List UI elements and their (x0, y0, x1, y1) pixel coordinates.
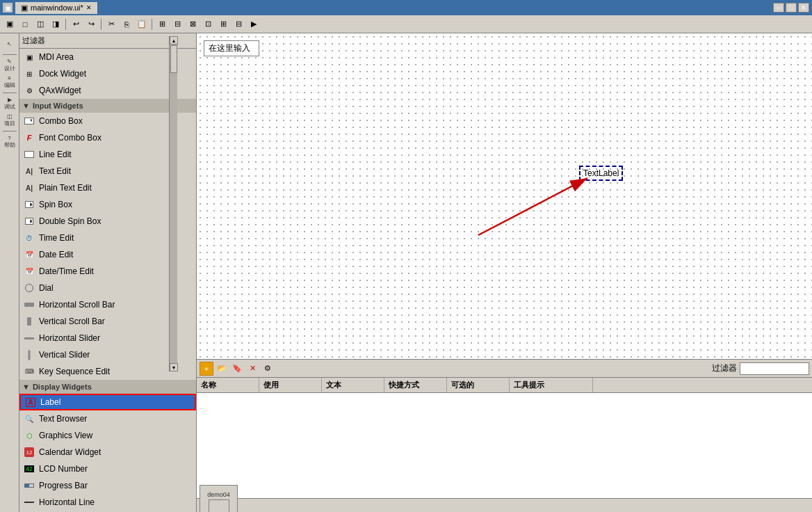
font-combo-box-icon: F (24, 132, 35, 143)
toolbar-copy[interactable]: ⎘ (120, 17, 133, 31)
help-icon: ? (8, 135, 10, 141)
debug-icon: ▶ (8, 97, 12, 103)
left-btn-project[interactable]: ◫ 项目 (2, 113, 17, 128)
vertical-scroll-bar-icon (24, 316, 35, 327)
vertical-slider-label: Vertical Slider (39, 350, 90, 360)
col-shortcut-label: 快捷方式 (389, 380, 419, 390)
toolbar-align-top[interactable]: ⊠ (186, 17, 200, 31)
toolbar-align-left[interactable]: ⊞ (155, 17, 169, 31)
progress-bar-label: Progress Bar (39, 481, 88, 490)
key-sequence-edit-icon: ⌨ (24, 366, 35, 377)
toolbar-cut[interactable]: ✂ (104, 17, 118, 31)
text-browser-label: Text Browser (39, 414, 87, 424)
toolbar-redo[interactable]: ↪ (84, 17, 98, 31)
left-btn-pointer[interactable]: ↖ (2, 36, 17, 51)
left-btn-debug[interactable]: ▶ 调试 (2, 96, 17, 111)
toolbar-open[interactable]: □ (18, 17, 32, 31)
display-widgets-arrow: ▼ (22, 383, 30, 391)
bottom-settings-btn[interactable]: ⚙ (261, 362, 275, 376)
widget-progress-bar[interactable]: Progress Bar (19, 477, 196, 494)
display-widgets-header[interactable]: ▼ Display Widgets (19, 380, 196, 394)
title-tab-close[interactable]: ✕ (86, 4, 92, 11)
text-label-widget[interactable]: TextLabel (579, 166, 623, 181)
widget-panel: 过滤器 ▣ MDI Area ⊞ Dock Widget ⚙ QAxWidget… (19, 33, 197, 512)
left-btn-design[interactable]: ✎ 设计 (2, 58, 17, 73)
design-label: 设计 (4, 65, 15, 72)
pointer-icon: ↖ (7, 41, 12, 47)
left-sep2 (3, 93, 17, 93)
text-edit-label: Text Edit (39, 166, 71, 176)
table-col-checkable[interactable]: 可选的 (447, 378, 510, 392)
canvas-area: 在这里输入 TextLabel + 📂 🔖 (197, 33, 812, 512)
toolbar-break[interactable]: ⊟ (232, 17, 245, 31)
close-button[interactable]: ✕ (798, 3, 809, 13)
calendar-widget-icon: 12 (24, 447, 35, 458)
scroll-down-btn[interactable]: ▼ (170, 363, 178, 371)
bottom-bookmark-btn[interactable]: 🔖 (230, 362, 244, 376)
table-col-tooltip[interactable]: 工具提示 (510, 378, 593, 392)
input-widgets-arrow: ▼ (22, 102, 30, 110)
horizontal-scroll-bar-icon (24, 299, 35, 310)
widget-calendar-widget[interactable]: 12 Calendar Widget (19, 444, 196, 461)
spin-box-label: Spin Box (39, 200, 72, 209)
maximize-button[interactable]: □ (786, 3, 797, 13)
time-edit-icon: ⏱ (24, 232, 35, 243)
bottom-toolbar-right: 过滤器 (712, 362, 809, 375)
widget-lcd-number[interactable]: 42 LCD Number (19, 461, 196, 477)
scroll-thumb[interactable] (170, 45, 177, 73)
toolbar-align-bottom[interactable]: ⊡ (201, 17, 215, 31)
mdi-area-icon: ▣ (24, 51, 35, 63)
title-bar: ▣ ▣ mainwindow.ui* ✕ ─ □ ✕ (0, 0, 812, 15)
canvas-container: 在这里输入 TextLabel (197, 33, 812, 359)
bottom-open-btn[interactable]: 📂 (215, 362, 229, 376)
bottom-panel: + 📂 🔖 ✕ ⚙ 过滤器 名称 使用 (197, 359, 812, 498)
label-icon: A (25, 397, 36, 408)
title-tab-icon: ▣ (21, 3, 28, 13)
horizontal-line-icon (24, 497, 35, 508)
left-btn-edit[interactable]: ≡ 编辑 (2, 74, 17, 90)
toolbar-preview[interactable]: ▶ (247, 17, 261, 31)
col-use-label: 使用 (263, 380, 279, 390)
table-col-text[interactable]: 文本 (322, 378, 384, 392)
canvas-input-field[interactable]: 在这里输入 (204, 40, 259, 56)
toolbar-new[interactable]: ▣ (3, 17, 17, 31)
project-icon: ◫ (7, 113, 13, 120)
minimize-button[interactable]: ─ (773, 3, 784, 13)
widget-panel-scrollbar[interactable]: ▲ ▼ (169, 36, 177, 371)
combo-box-label: Combo Box (39, 116, 83, 126)
col-name-label: 名称 (201, 380, 216, 390)
edit-label: 编辑 (4, 81, 15, 89)
toolbar-undo[interactable]: ↩ (69, 17, 83, 31)
bottom-new-btn[interactable]: + (200, 362, 213, 376)
title-tab[interactable]: ▣ mainwindow.ui* ✕ (15, 2, 97, 14)
double-spin-box-label: Double Spin Box (39, 216, 101, 226)
key-sequence-edit-label: Key Sequence Edit (39, 367, 110, 376)
toolbar-paste[interactable]: 📋 (135, 17, 149, 31)
table-col-use[interactable]: 使用 (259, 378, 322, 392)
bottom-delete-btn[interactable]: ✕ (245, 362, 259, 376)
table-body (197, 393, 812, 498)
scroll-up-btn[interactable]: ▲ (170, 36, 178, 45)
table-col-name[interactable]: 名称 (197, 378, 259, 392)
bottom-filter-input[interactable] (740, 362, 809, 375)
toolbar-save[interactable]: ◫ (33, 17, 47, 31)
col-checkable-label: 可选的 (451, 380, 474, 390)
widget-graphics-view[interactable]: ⬡ Graphics View (19, 427, 196, 444)
demo-label-text: demo04 (207, 491, 230, 498)
datetime-edit-icon: 📅 (24, 266, 35, 277)
widget-label[interactable]: A Label (19, 394, 196, 410)
table-col-shortcut[interactable]: 快捷方式 (384, 378, 447, 392)
col-tooltip-label: 工具提示 (514, 380, 544, 390)
widget-text-browser[interactable]: 🔍 Text Browser (19, 410, 196, 427)
help-label: 帮助 (4, 141, 15, 149)
horizontal-scroll-bar-label: Horizontal Scroll Bar (39, 300, 115, 310)
toolbar-grid[interactable]: ⊞ (216, 17, 230, 31)
widget-horizontal-line[interactable]: Horizontal Line (19, 494, 196, 511)
toolbar-align-right[interactable]: ⊟ (170, 17, 184, 31)
scroll-track (170, 45, 177, 363)
double-spin-box-icon: ▲▼ (24, 216, 35, 227)
toolbar-save-as[interactable]: ◨ (49, 17, 63, 31)
horizontal-slider-label: Horizontal Slider (39, 333, 100, 343)
display-widgets-label: Display Widgets (33, 383, 92, 391)
left-btn-help[interactable]: ? 帮助 (2, 134, 17, 150)
